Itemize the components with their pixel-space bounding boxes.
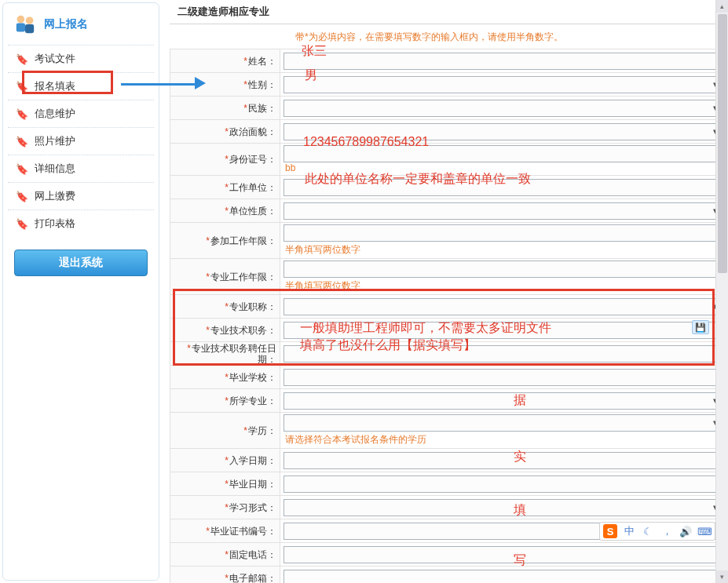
scrollbar[interactable]: ▴ ▾ [715, 0, 728, 583]
scroll-down-icon[interactable]: ▾ [716, 570, 728, 583]
nav-label: 详细信息 [35, 162, 75, 176]
workyears-input[interactable] [284, 224, 719, 242]
proyears-input[interactable] [284, 261, 719, 278]
studymode-select[interactable] [284, 499, 719, 516]
nav-list: 🔖考试文件 🔖报名填表 🔖信息维护 🔖照片维护 🔖详细信息 🔖网上缴费 🔖打印表… [8, 45, 154, 237]
ime-keyboard-icon[interactable]: ⌨ [697, 524, 712, 538]
annotation-arrow [121, 77, 206, 89]
table-row: *专业技术职务： [170, 319, 728, 342]
svg-point-0 [17, 16, 25, 24]
phone-input[interactable] [284, 546, 719, 563]
tag-icon: 🔖 [16, 163, 28, 175]
gradschool-input[interactable] [284, 369, 719, 386]
nav-label: 打印表格 [35, 217, 75, 231]
nav-item-info-maintain[interactable]: 🔖信息维护 [8, 100, 154, 127]
email-input[interactable] [284, 570, 719, 584]
nav-item-detail-info[interactable]: 🔖详细信息 [8, 155, 154, 182]
hint: 半角填写两位数字 [285, 243, 724, 257]
save-icon[interactable]: 💾 [692, 320, 709, 334]
table-row: *性别： [170, 73, 728, 97]
nav-label: 信息维护 [35, 107, 75, 121]
ime-comma-icon[interactable]: ， [660, 524, 674, 538]
ime-mic-icon[interactable]: 🔊 [679, 524, 693, 538]
scroll-thumb[interactable] [718, 14, 727, 273]
idcard-hint: bb [285, 162, 724, 173]
table-row: *固定电话： [170, 543, 728, 567]
table-row: *电子邮箱： [170, 567, 728, 584]
svg-rect-3 [25, 24, 34, 33]
hint: 半角填写两位数字 [285, 279, 724, 293]
ime-toolbar[interactable]: S 中 ☾ ， 🔊 ⌨ [599, 522, 715, 541]
techjob-input[interactable] [284, 322, 719, 339]
table-row: *毕业日期： [170, 472, 728, 496]
table-row: *毕业学校： [170, 366, 728, 389]
nav-label: 照片维护 [35, 134, 75, 148]
protitle-select[interactable] [284, 298, 719, 315]
major-select[interactable] [284, 392, 719, 410]
table-row: *参加工作年限：半角填写两位数字 [170, 223, 728, 259]
table-row: *工作单位： [170, 176, 728, 199]
sidebar-title: 网上报名 [44, 17, 88, 31]
people-icon [13, 12, 38, 37]
table-row: *所学专业： [170, 389, 728, 413]
svg-rect-1 [16, 23, 25, 31]
table-row: *学历：请选择符合本考试报名条件的学历 [170, 413, 728, 449]
workunit-input[interactable] [284, 179, 719, 196]
graddate-input[interactable] [284, 476, 719, 493]
name-input[interactable] [284, 53, 719, 70]
ime-char[interactable]: 中 [622, 524, 636, 538]
sidebar-header: 网上报名 [8, 5, 154, 45]
logout-button[interactable]: 退出系统 [14, 250, 148, 276]
table-row: *学习形式： [170, 496, 728, 519]
nav-item-online-pay[interactable]: 🔖网上缴费 [8, 182, 154, 210]
tag-icon: 🔖 [16, 53, 28, 65]
tip-bar: 带*为必填内容，在需要填写数字的输入框内，请使用半角数字。 [170, 24, 728, 49]
table-row: *入学日期： [170, 449, 728, 472]
tag-icon: 🔖 [16, 136, 28, 148]
table-row: *专业技术职务聘任日期： [170, 342, 728, 366]
table-row: *民族： [170, 97, 728, 120]
nav-label: 考试文件 [35, 52, 75, 66]
table-row: *政治面貌： [170, 120, 728, 144]
unit-nature-select[interactable] [284, 202, 719, 220]
form-table: *姓名： *性别： *民族： *政治面貌： *身份证号：bb *工作单位： *单… [170, 49, 728, 583]
table-row: *单位性质： [170, 199, 728, 223]
svg-point-2 [26, 16, 34, 24]
tag-icon: 🔖 [16, 191, 28, 202]
scroll-up-icon[interactable]: ▴ [716, 0, 728, 13]
nav-item-photo-maintain[interactable]: 🔖照片维护 [8, 127, 154, 155]
politics-select[interactable] [284, 123, 719, 140]
techjob-date-input[interactable] [284, 345, 719, 363]
tag-icon: 🔖 [16, 108, 28, 120]
content-area: 二级建造师相应专业 带*为必填内容，在需要填写数字的输入框内，请使用半角数字。 … [162, 0, 728, 583]
hint: 请选择符合本考试报名条件的学历 [285, 433, 724, 446]
ime-moon-icon[interactable]: ☾ [641, 524, 655, 538]
ethnicity-select[interactable] [284, 100, 719, 117]
table-row: *专业职称： [170, 295, 728, 319]
nav-label: 网上缴费 [35, 189, 75, 203]
gender-select[interactable] [284, 76, 719, 93]
nav-item-print-form[interactable]: 🔖打印表格 [8, 210, 154, 237]
idcard-input[interactable] [284, 145, 719, 162]
education-select[interactable] [284, 414, 719, 432]
nav-label: 报名填表 [35, 79, 75, 93]
table-row: *姓名： [170, 49, 728, 73]
nav-item-exam-file[interactable]: 🔖考试文件 [8, 45, 154, 72]
tag-icon: 🔖 [16, 218, 28, 230]
logout-label: 退出系统 [59, 256, 103, 270]
enrolldate-input[interactable] [284, 452, 719, 469]
section-title: 二级建造师相应专业 [170, 0, 728, 24]
table-row: *专业工作年限：半角填写两位数字 [170, 259, 728, 295]
ime-brand-icon[interactable]: S [603, 524, 617, 538]
table-row: *身份证号：bb [170, 144, 728, 176]
tag-icon: 🔖 [16, 81, 28, 93]
